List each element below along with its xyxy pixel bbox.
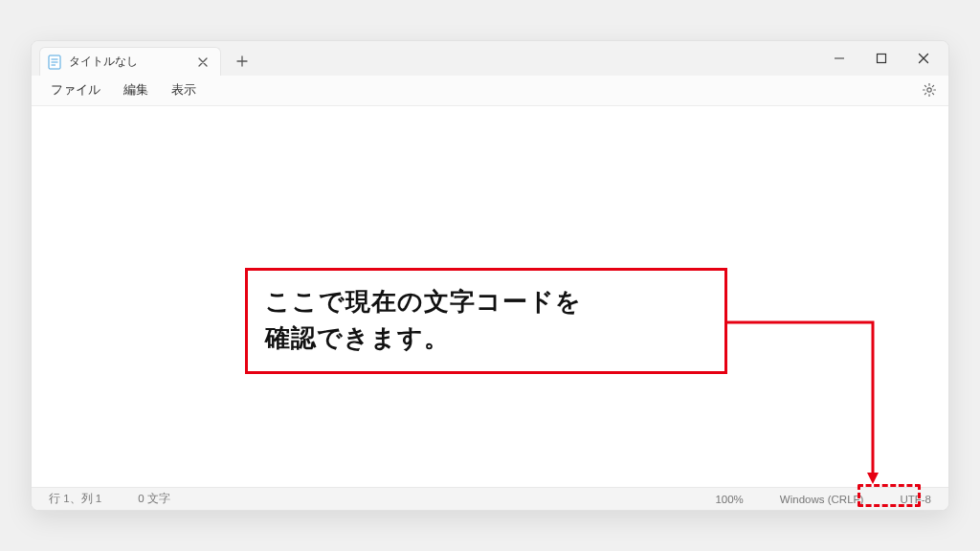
- gear-icon: [922, 82, 937, 100]
- notepad-window: タイトルなし ファイル 編集 表示: [31, 40, 949, 511]
- menu-file[interactable]: ファイル: [39, 78, 112, 102]
- document-icon: [48, 55, 61, 70]
- tab-untitled[interactable]: タイトルなし: [39, 47, 221, 76]
- menu-view[interactable]: 表示: [160, 78, 208, 102]
- maximize-button[interactable]: [868, 45, 895, 72]
- status-zoom[interactable]: 100%: [707, 494, 750, 505]
- text-editor-area[interactable]: [32, 106, 948, 487]
- svg-line-12: [932, 93, 933, 94]
- status-char-count: 0 文字: [130, 492, 178, 506]
- svg-rect-5: [878, 55, 886, 63]
- menu-edit[interactable]: 編集: [112, 78, 160, 102]
- svg-line-11: [924, 85, 925, 86]
- svg-point-6: [927, 87, 931, 91]
- minimize-button[interactable]: [826, 45, 853, 72]
- tab-title: タイトルなし: [69, 54, 188, 70]
- status-encoding[interactable]: UTF-8: [892, 494, 939, 505]
- svg-line-14: [924, 93, 925, 94]
- tab-close-button[interactable]: [195, 55, 211, 70]
- status-line-ending[interactable]: Windows (CRLF): [772, 494, 872, 505]
- window-controls: [820, 41, 943, 76]
- status-cursor-position: 行 1、列 1: [41, 492, 109, 506]
- tab-strip: タイトルなし: [32, 41, 256, 76]
- settings-button[interactable]: [918, 79, 941, 102]
- statusbar: 行 1、列 1 0 文字 100% Windows (CRLF) UTF-8: [32, 487, 948, 510]
- close-window-button[interactable]: [910, 45, 937, 72]
- new-tab-button[interactable]: [229, 48, 256, 75]
- svg-line-13: [932, 85, 933, 86]
- titlebar: タイトルなし: [32, 41, 948, 76]
- menubar: ファイル 編集 表示: [32, 76, 948, 106]
